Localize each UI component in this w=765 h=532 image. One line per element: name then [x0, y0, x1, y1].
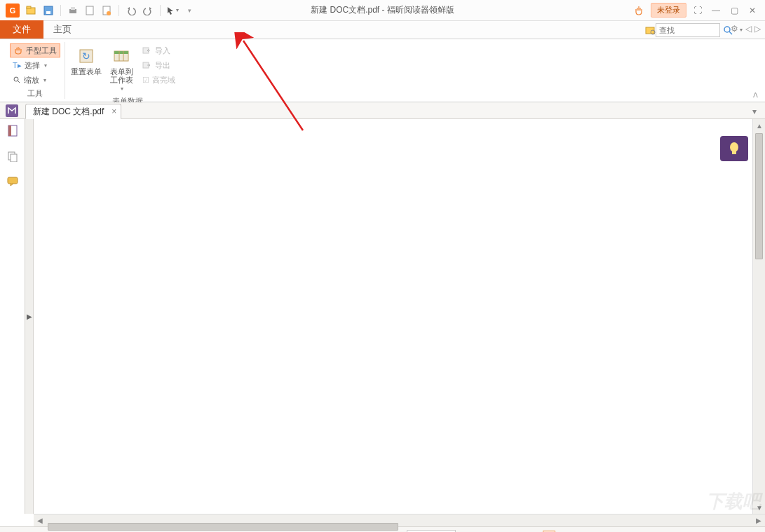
file-tab[interactable]: 文件 [0, 20, 43, 39]
page-content [34, 119, 752, 514]
search-input[interactable] [656, 23, 720, 37]
document-tab-label: 新建 DOC 文档.pdf [33, 106, 104, 118]
scroll-right-icon[interactable]: ▶ [752, 514, 765, 527]
undo-icon[interactable] [125, 4, 137, 17]
nav-pane-expand[interactable]: ▶ [25, 119, 34, 514]
ribbon-group-formdata: ↻ 重置表单 表单到工作表 导入 导出 ☑高亮域 表单数据 [65, 42, 190, 99]
form-to-sheet-l2: 工作表 [110, 76, 133, 84]
pages-pane-icon[interactable] [5, 149, 20, 164]
svg-line-14 [18, 81, 20, 83]
menu-tab-0[interactable]: 主页 [43, 20, 81, 39]
scroll-up-icon[interactable]: ▲ [753, 119, 765, 132]
hand-up-icon[interactable] [632, 4, 645, 17]
qat-dropdown-icon[interactable]: ▾ [183, 4, 196, 17]
app-logo-icon: G [6, 4, 20, 18]
group-tools-label: 工具 [27, 88, 43, 99]
bookmark-pane-icon[interactable] [5, 123, 20, 139]
title-bar: G ▾ 新建 DOC文档.pdf - 福昕阅读器领鲜版 未登录 ⛶ — ▢ ✕ [0, 0, 765, 21]
page-icon[interactable] [83, 4, 96, 17]
tab-close-icon[interactable]: × [111, 107, 116, 116]
svg-rect-28 [8, 177, 18, 184]
scroll-down-icon[interactable]: ▼ [753, 501, 765, 514]
menu-bar: 文件 主页 ⚙ ◁ ▷ [0, 21, 765, 39]
highlight-fields-button[interactable]: ☑高亮域 [140, 73, 186, 87]
select-tool-button[interactable]: T▸选择 [10, 58, 60, 72]
ribbon: 手型工具 T▸选择 缩放 工具 ↻ 重置表单 表单到工作表 导入 导出 ☑高亮域… [0, 39, 765, 102]
svg-point-29 [730, 142, 738, 152]
hand-tool-label: 手型工具 [26, 46, 57, 56]
content-area: ▶ ▲ ▼ [0, 119, 765, 514]
open-icon[interactable] [25, 4, 38, 17]
expand-icon[interactable]: ⛶ [692, 6, 703, 15]
chevron-right-icon: ▶ [27, 313, 32, 320]
scroll-left-icon[interactable]: ◀ [34, 514, 46, 527]
import-label: 导入 [155, 46, 170, 56]
select-tool-label: 选择 [25, 60, 40, 71]
new-icon[interactable] [100, 4, 113, 17]
app-small-icon [6, 104, 18, 117]
svg-rect-27 [11, 154, 17, 162]
cursor-tool-icon[interactable] [166, 4, 179, 17]
print-icon[interactable] [67, 4, 79, 17]
ribbon-group-tools: 手型工具 T▸选择 缩放 工具 [6, 42, 65, 99]
scroll-thumb-h[interactable] [48, 523, 398, 531]
svg-point-8 [107, 11, 111, 15]
svg-rect-25 [8, 125, 11, 136]
scroll-thumb-v[interactable] [755, 133, 763, 259]
highlight-label: 高亮域 [152, 75, 175, 86]
nav-prev-icon[interactable]: ◁ [745, 24, 752, 34]
page-input[interactable] [407, 530, 456, 533]
svg-rect-1 [27, 6, 31, 8]
svg-rect-30 [732, 151, 736, 154]
hand-tool-button[interactable]: 手型工具 [10, 43, 60, 57]
zoom-tool-label: 缩放 [24, 75, 39, 86]
close-icon[interactable]: ✕ [747, 6, 758, 15]
export-label: 导出 [155, 60, 170, 71]
login-button[interactable]: 未登录 [651, 3, 686, 18]
document-viewport[interactable]: ▲ ▼ [34, 119, 765, 514]
hint-bulb-button[interactable] [720, 136, 748, 161]
document-tab-strip: 新建 DOC 文档.pdf × ▾ [0, 102, 765, 119]
nav-pane [0, 119, 25, 514]
nav-next-icon[interactable]: ▷ [754, 24, 761, 34]
export-button[interactable]: 导出 [140, 58, 186, 72]
svg-rect-18 [114, 51, 128, 54]
gear-icon[interactable]: ⚙ [731, 24, 743, 34]
svg-text:↻: ↻ [82, 50, 90, 62]
tab-dropdown-icon[interactable]: ▾ [752, 107, 757, 116]
form-to-sheet-button[interactable]: 表单到工作表 [104, 43, 138, 95]
reset-form-button[interactable]: ↻ 重置表单 [69, 43, 103, 79]
horizontal-scrollbar[interactable]: ◀ ▶ [34, 514, 765, 526]
maximize-icon[interactable]: ▢ [729, 6, 740, 15]
reset-form-label: 重置表单 [71, 67, 102, 76]
import-button[interactable]: 导入 [140, 43, 186, 57]
quick-access-toolbar: ▾ [25, 4, 196, 17]
comments-pane-icon[interactable] [5, 174, 20, 189]
form-to-sheet-l1: 表单到 [110, 67, 133, 76]
minimize-icon[interactable]: — [710, 6, 722, 15]
svg-point-11 [724, 27, 730, 32]
vertical-scrollbar[interactable]: ▲ ▼ [752, 119, 765, 514]
ribbon-collapse-icon[interactable]: ᐱ [753, 91, 758, 99]
save-icon[interactable] [42, 4, 55, 17]
svg-rect-6 [86, 6, 93, 15]
svg-rect-5 [71, 7, 75, 10]
window-title: 新建 DOC文档.pdf - 福昕阅读器领鲜版 [311, 4, 454, 16]
redo-icon[interactable] [142, 4, 154, 17]
zoom-tool-button[interactable]: 缩放 [10, 73, 60, 87]
page-navigator: ⏮ ◀ ▾ ▶ ⏭ ↩ ↪ [379, 530, 532, 533]
svg-rect-3 [46, 11, 50, 14]
document-tab[interactable]: 新建 DOC 文档.pdf × [25, 104, 121, 119]
